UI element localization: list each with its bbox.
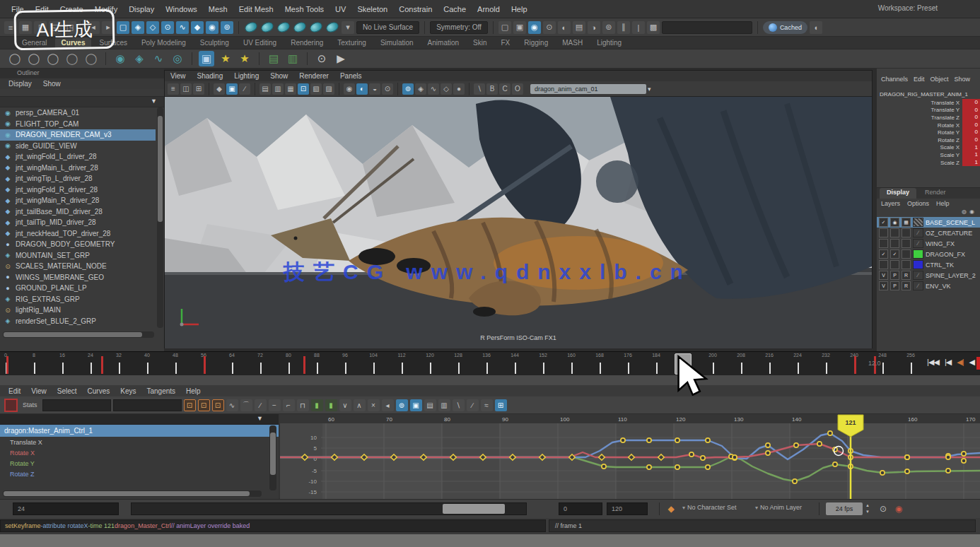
outliner-item[interactable]: ◈MOUNTAIN_SET_GRP <box>0 250 156 261</box>
insert-keys-icon[interactable]: ⊡ <box>184 399 196 411</box>
menu-constrain[interactable]: Constrain <box>393 3 438 16</box>
playback-end-field[interactable]: 120 <box>607 502 648 515</box>
viewport-menu-panels[interactable]: Panels <box>340 72 362 80</box>
auto-key-icon[interactable]: ⊙ <box>877 502 889 515</box>
menu-mesh[interactable]: Mesh <box>203 3 233 16</box>
snap-grid-icon[interactable]: ▣ <box>199 51 214 66</box>
ge-channel-rotate-z[interactable]: Rotate Z <box>0 469 279 479</box>
select-object-icon[interactable]: ◈ <box>132 21 144 34</box>
layer-toggle[interactable]: ✓ <box>890 249 899 259</box>
motion-trail-icon[interactable]: ◈ <box>415 83 426 95</box>
viewport-menu-renderer[interactable]: Renderer <box>299 72 329 80</box>
outliner-item[interactable]: ◆jnt_neckHead_TOP_driver_28 <box>0 228 156 240</box>
channel-menu-show[interactable]: Show <box>955 76 971 86</box>
layer-toggle[interactable] <box>890 228 899 237</box>
ambient-occlusion-icon[interactable]: ▨ <box>323 83 334 95</box>
mute-channel-icon[interactable] <box>4 399 18 412</box>
break-tangents-icon[interactable]: ∨ <box>339 399 351 411</box>
shelf-tab-fx[interactable]: FX <box>495 37 517 49</box>
outliner-item[interactable]: ◆jnt_wingMain_R_driver_28 <box>0 195 156 206</box>
layer-row[interactable]: ✓◉▦BASE_SCENE_L <box>877 217 980 228</box>
chevron-down-icon[interactable]: ▼ <box>257 415 263 422</box>
outliner-menu-display[interactable]: Display <box>8 80 32 88</box>
ge-menu-tangents[interactable]: Tangents <box>146 387 175 395</box>
snap-dropdown-icon[interactable]: ▾ <box>342 21 354 34</box>
shelf-tab-skin[interactable]: Skin <box>467 37 493 49</box>
layer-toggle[interactable]: V <box>879 271 888 280</box>
attribute-value[interactable]: 0 <box>962 99 980 107</box>
animation-preferences-icon[interactable]: ◉ <box>892 502 905 515</box>
menu-skeleton[interactable]: Skeleton <box>351 3 393 16</box>
step-icon[interactable]: | <box>632 21 645 34</box>
viewport-menu-lighting[interactable]: Lighting <box>234 72 259 80</box>
viewport-menu-view[interactable]: View <box>170 72 186 80</box>
ge-channel-rotate-x[interactable]: Rotate X <box>0 447 279 458</box>
buffer-swap-icon[interactable]: ▮ <box>325 399 337 411</box>
free-tangent-weight-icon[interactable]: × <box>368 399 380 411</box>
contrast-icon[interactable]: C <box>499 83 511 95</box>
paint-select-icon[interactable]: ◯ <box>45 51 61 66</box>
add-keys-icon[interactable]: ⊡ <box>198 399 210 411</box>
layer-color-swatch[interactable]: ∕ <box>913 228 923 237</box>
toolbox-icon[interactable]: ▩ <box>647 21 660 34</box>
auto-tangent-icon[interactable]: ⊚ <box>396 399 408 411</box>
outliner-item[interactable]: ◈RIG_EXTRAS_GRP <box>0 294 156 305</box>
exposure-icon[interactable]: B <box>486 83 498 95</box>
chevron-down-icon[interactable]: ▾ <box>648 86 651 93</box>
menu-edit-mesh[interactable]: Edit Mesh <box>233 3 279 16</box>
record-circle-icon[interactable]: ⊙ <box>314 51 329 66</box>
shelf-editor-icon[interactable]: ▥ <box>285 51 301 66</box>
tangent-step-icon[interactable]: ⌐ <box>283 399 295 411</box>
menu-help[interactable]: Help <box>506 3 533 16</box>
wireframe-icon[interactable]: ▤ <box>259 83 271 95</box>
layer-toggle[interactable]: V <box>879 281 888 290</box>
playback-start-field[interactable]: 0 <box>559 502 602 515</box>
move-tool-icon[interactable]: ◯ <box>64 51 80 66</box>
resolution-gate-icon[interactable]: ▣ <box>226 83 238 95</box>
outliner-vertical-scrollbar[interactable] <box>157 107 163 328</box>
viewport-menu-shading[interactable]: Shading <box>197 72 223 80</box>
layer-menu-help[interactable]: Help <box>936 200 950 207</box>
layer-color-swatch[interactable]: ∕ <box>913 239 923 248</box>
viewport-menu-show[interactable]: Show <box>270 72 288 80</box>
layer-toggle[interactable]: R <box>902 281 911 290</box>
curve-tool-icon[interactable]: ∿ <box>151 51 166 66</box>
step-back-key-icon[interactable]: ◀| <box>957 358 963 367</box>
layer-toggle[interactable] <box>902 228 911 237</box>
torus-primitive-icon[interactable]: ◎ <box>170 51 185 66</box>
outliner-item[interactable]: ●GROUND_PLANE_LP <box>0 283 156 294</box>
ge-menu-edit[interactable]: Edit <box>8 387 21 395</box>
outliner-horizontal-scrollbar[interactable] <box>3 331 154 338</box>
menu-windows[interactable]: Windows <box>160 3 203 16</box>
notebook-icon[interactable]: ▤ <box>266 51 281 66</box>
history-off-icon[interactable]: ▣ <box>513 21 526 34</box>
attribute-value[interactable]: 0 <box>962 136 980 144</box>
emitter-star-icon[interactable]: ★ <box>237 51 252 66</box>
layer-color-swatch[interactable]: ∕ <box>913 281 923 290</box>
pre-infinity-icon[interactable]: ∖ <box>453 399 465 411</box>
shelf-tab-rendering[interactable]: Rendering <box>284 37 329 49</box>
lasso-tool-icon[interactable]: ◯ <box>26 51 42 66</box>
layer-row[interactable]: VPR∕ENV_VK <box>877 281 980 291</box>
snap-magnet-icon[interactable] <box>243 20 259 34</box>
grease-pencil-icon[interactable]: ◇ <box>441 83 452 95</box>
symmetry-field[interactable]: Symmetry: Off <box>430 21 488 34</box>
menu-mesh-tools[interactable]: Mesh Tools <box>279 3 329 16</box>
sphere-primitive-icon[interactable]: ◉ <box>112 51 128 66</box>
shelf-tab-mash[interactable]: MASH <box>556 37 589 49</box>
layer-toggle[interactable] <box>879 228 888 237</box>
ge-menu-help[interactable]: Help <box>186 387 201 395</box>
mask-dynamics-icon[interactable]: ⊚ <box>221 21 233 34</box>
outliner-item[interactable]: ◆jnt_wingTip_L_driver_28 <box>0 173 156 184</box>
outliner-item[interactable]: ◉persp_CAMERA_01 <box>0 107 156 119</box>
attribute-value[interactable]: 0 <box>962 122 980 129</box>
ipr-render-icon[interactable]: ◐ <box>558 21 571 34</box>
new-layer-from-selected-icon[interactable]: ◉ <box>969 208 974 217</box>
buffer-snapshot-icon[interactable]: ▮ <box>311 399 323 411</box>
select-tool-icon[interactable]: ◯ <box>7 51 23 66</box>
light-editor-icon[interactable]: ⊚ <box>602 21 615 34</box>
outliner-menu-show[interactable]: Show <box>43 80 61 88</box>
backslash-divider-icon[interactable]: ∖ <box>474 83 485 95</box>
layer-toggle[interactable]: ✓ <box>879 218 888 227</box>
menu-uv[interactable]: UV <box>329 3 351 16</box>
